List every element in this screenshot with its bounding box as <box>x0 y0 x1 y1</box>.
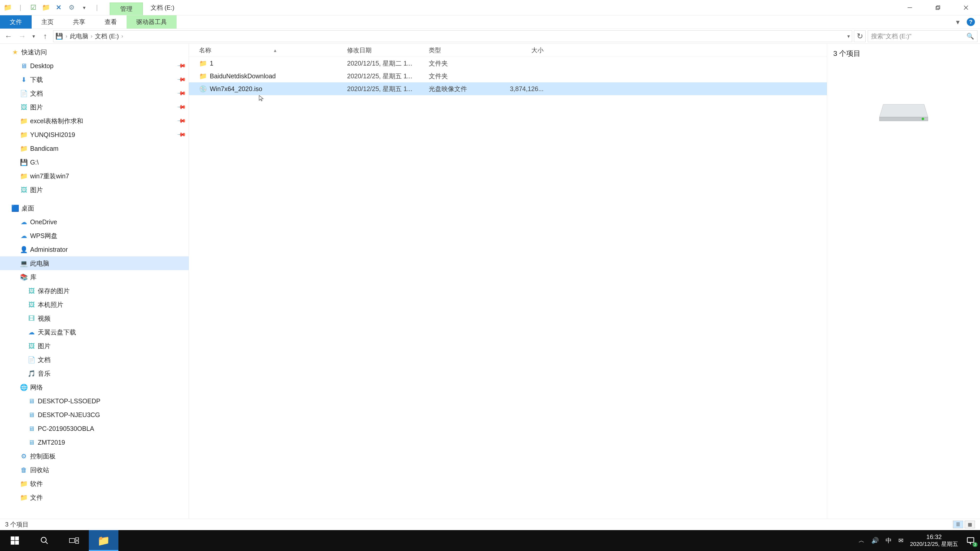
sidebar-item-label: 文件 <box>30 493 43 502</box>
sidebar-item[interactable]: 🖼本机照片 <box>0 298 189 311</box>
ribbon-tab-file[interactable]: 文件 <box>0 15 32 29</box>
file-name: BaiduNetdiskDownload <box>210 73 347 80</box>
sidebar-item[interactable]: 🖥DESKTOP-LSSOEDP <box>0 394 189 408</box>
breadcrumb-segment[interactable]: 文档 (E:) <box>95 32 119 40</box>
ribbon-tab-home[interactable]: 主页 <box>32 15 63 29</box>
chevron-right-icon[interactable]: › <box>65 33 68 39</box>
chevron-right-icon[interactable]: › <box>90 33 94 39</box>
ribbon-tab-drive-tools[interactable]: 驱动器工具 <box>127 15 177 29</box>
sidebar-item-label: 本机照片 <box>38 300 63 309</box>
sidebar-item[interactable]: 📄文档 <box>0 353 189 367</box>
svg-rect-10 <box>11 541 14 545</box>
sidebar-item[interactable]: 🖥PC-20190530OBLA <box>0 422 189 435</box>
sidebar-item[interactable]: 🖥DESKTOP-NJEU3CG <box>0 408 189 422</box>
nav-back-button[interactable]: ← <box>3 30 14 42</box>
sidebar-item[interactable]: 🎵音乐 <box>0 367 189 380</box>
sidebar-item[interactable]: 🖥Desktop📌 <box>0 59 189 73</box>
search-input[interactable]: 搜索"文档 (E:)" 🔍 <box>868 30 977 42</box>
sidebar-item[interactable]: 🗑回收站 <box>0 463 189 477</box>
breadcrumb-dropdown-icon[interactable]: ▾ <box>847 33 850 39</box>
qat-customize-dropdown[interactable]: ▾ <box>79 3 89 13</box>
qat-checkbox-icon[interactable]: ☑ <box>28 3 38 13</box>
ribbon-tab-view[interactable]: 查看 <box>95 15 127 29</box>
tray-ime-icon[interactable]: 中 <box>886 537 892 545</box>
sidebar-item[interactable]: 📁文件 <box>0 491 189 504</box>
file-row[interactable]: 📁BaiduNetdiskDownload2020/12/25, 星期五 1..… <box>189 70 827 83</box>
column-header-type[interactable]: 类型 <box>429 46 498 54</box>
ribbon-expand-icon[interactable]: ▾ <box>956 18 959 26</box>
sidebar-item[interactable]: 📚库 <box>0 270 189 284</box>
chevron-right-icon[interactable]: › <box>121 33 124 39</box>
svg-rect-17 <box>967 538 974 542</box>
breadcrumb-segment[interactable]: 此电脑 <box>70 32 88 40</box>
sidebar-item[interactable]: 🖼图片 <box>0 339 189 353</box>
sidebar-item[interactable]: ★快速访问 <box>0 45 189 59</box>
minimize-button[interactable] <box>896 0 924 15</box>
column-header-size[interactable]: 大小 <box>498 46 549 54</box>
sidebar-item[interactable]: 🖼图片📌 <box>0 100 189 114</box>
column-header-name[interactable]: 名称 ▴ <box>199 46 347 54</box>
sidebar-item[interactable]: 🖼保存的图片 <box>0 284 189 298</box>
minimize-icon <box>907 4 913 11</box>
sidebar-item-label: 文档 <box>38 356 51 364</box>
qat-folder-icon[interactable]: 📁 <box>41 3 51 13</box>
qat-gear-icon[interactable]: ⚙ <box>66 3 76 13</box>
column-headers[interactable]: 名称 ▴ 修改日期 类型 大小 <box>189 44 827 57</box>
sidebar-item-icon: 💾 <box>20 159 27 166</box>
sidebar-item[interactable]: 📁YUNQISHI2019📌 <box>0 128 189 141</box>
sidebar-item[interactable]: 🟦桌面 <box>0 201 189 215</box>
action-center-button[interactable]: 3 <box>965 535 977 546</box>
help-icon[interactable]: ? <box>967 18 975 26</box>
notification-badge: 3 <box>973 542 977 547</box>
sidebar-item[interactable]: 📁软件 <box>0 477 189 491</box>
task-view-button[interactable] <box>59 530 89 551</box>
context-tab-manage[interactable]: 管理 <box>110 3 143 15</box>
sidebar-item[interactable]: 🖥ZMT2019 <box>0 435 189 449</box>
sidebar-item-label: 下载 <box>30 76 43 84</box>
tray-overflow-icon[interactable]: ︿ <box>859 537 865 545</box>
start-button[interactable] <box>0 530 30 551</box>
taskbar-explorer-button[interactable]: 📁 <box>89 530 118 551</box>
sidebar-item[interactable]: 📁excel表格制作求和📌 <box>0 114 189 128</box>
file-list[interactable]: 名称 ▴ 修改日期 类型 大小 📁12020/12/15, 星期二 1...文件… <box>189 44 827 519</box>
sidebar-item[interactable]: ⬇下载📌 <box>0 73 189 86</box>
taskbar-search-button[interactable] <box>30 530 59 551</box>
sidebar-item[interactable]: 📄文档📌 <box>0 86 189 100</box>
file-date: 2020/12/15, 星期二 1... <box>347 59 429 68</box>
sidebar-item[interactable]: ☁OneDrive <box>0 215 189 229</box>
sidebar-item[interactable]: 🌐网络 <box>0 380 189 394</box>
file-row[interactable]: 💿Win7x64_2020.iso2020/12/25, 星期五 1...光盘映… <box>189 83 827 95</box>
svg-rect-16 <box>76 541 79 543</box>
ribbon-tab-share[interactable]: 共享 <box>63 15 95 29</box>
sidebar-item-label: OneDrive <box>30 218 57 226</box>
nav-recent-dropdown[interactable]: ▾ <box>30 30 37 42</box>
qat-clear-icon[interactable]: ✕ <box>54 3 64 13</box>
tray-date: 2020/12/25, 星期五 <box>910 541 958 548</box>
sidebar-item[interactable]: 📁win7重装win7 <box>0 169 189 183</box>
maximize-button[interactable] <box>924 0 952 15</box>
file-row[interactable]: 📁12020/12/15, 星期二 1...文件夹 <box>189 57 827 70</box>
sidebar-item[interactable]: 💾G:\ <box>0 156 189 169</box>
sidebar-item[interactable]: 🖼图片 <box>0 183 189 197</box>
nav-forward-button[interactable]: → <box>16 30 28 42</box>
sidebar-item[interactable]: ☁天翼云盘下载 <box>0 325 189 339</box>
qat-app-icon[interactable]: 📁 <box>3 3 13 13</box>
sidebar-item[interactable]: 💻此电脑 <box>0 256 189 270</box>
tray-volume-icon[interactable]: 🔊 <box>871 537 879 544</box>
tray-mail-icon[interactable]: ✉ <box>898 537 904 544</box>
view-icons-button[interactable]: ▦ <box>965 521 975 528</box>
sidebar-item[interactable]: ☁WPS网盘 <box>0 229 189 243</box>
sidebar-item[interactable]: 👤Administrator <box>0 243 189 256</box>
column-header-date[interactable]: 修改日期 <box>347 46 429 54</box>
refresh-button[interactable]: ↻ <box>854 30 865 42</box>
sidebar-item[interactable]: 🎞视频 <box>0 311 189 325</box>
navigation-pane[interactable]: ★快速访问🖥Desktop📌⬇下载📌📄文档📌🖼图片📌📁excel表格制作求和📌📁… <box>0 44 189 519</box>
close-button[interactable] <box>952 0 980 15</box>
nav-up-button[interactable]: ↑ <box>39 30 51 42</box>
sidebar-item[interactable]: 📁Bandicam <box>0 141 189 156</box>
breadcrumb[interactable]: 💾 › 此电脑 › 文档 (E:) › ▾ <box>53 30 852 42</box>
tray-clock[interactable]: 16:32 2020/12/25, 星期五 <box>910 534 958 548</box>
sidebar-item[interactable]: ⚙控制面板 <box>0 449 189 463</box>
view-details-button[interactable]: ☰ <box>953 521 963 528</box>
taskbar[interactable]: 📁 ︿ 🔊 中 ✉ 16:32 2020/12/25, 星期五 3 <box>0 530 980 551</box>
